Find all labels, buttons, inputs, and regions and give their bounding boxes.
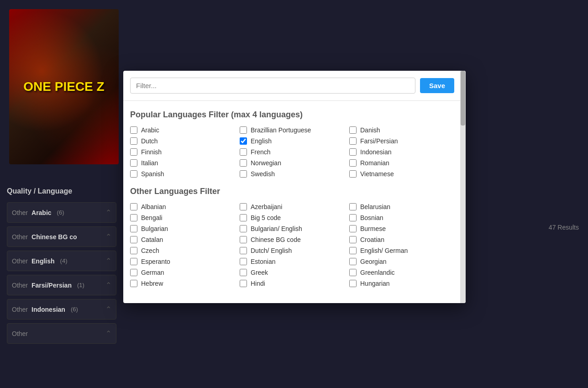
english-checkbox[interactable] bbox=[240, 137, 247, 145]
language-option-bengali[interactable]: Bengali bbox=[130, 214, 235, 221]
language-option-brazillian-portuguese[interactable]: Brazillian Portuguese bbox=[240, 126, 345, 134]
vietnamese-checkbox[interactable] bbox=[349, 170, 357, 178]
language-option-swedish[interactable]: Swedish bbox=[240, 170, 345, 178]
azerbaijani-checkbox[interactable] bbox=[240, 203, 247, 210]
other-label: Other bbox=[12, 209, 28, 216]
language-option-chinese-bg-code[interactable]: Chinese BG code bbox=[240, 236, 345, 243]
norwegian-checkbox[interactable] bbox=[240, 159, 247, 167]
catalan-checkbox[interactable] bbox=[130, 236, 137, 243]
movie-poster: ONE PIECE Z bbox=[9, 9, 119, 164]
albanian-checkbox[interactable] bbox=[130, 203, 137, 210]
list-item[interactable]: Other Chinese BG co ⌃ bbox=[7, 226, 116, 247]
language-option-catalan[interactable]: Catalan bbox=[130, 236, 235, 243]
list-item[interactable]: Other Arabic (6) ⌃ bbox=[7, 202, 116, 223]
czech-checkbox[interactable] bbox=[130, 247, 137, 254]
language-option-hungarian[interactable]: Hungarian bbox=[349, 280, 454, 287]
indonesian-label: Indonesian bbox=[360, 148, 392, 156]
language-option-albanian[interactable]: Albanian bbox=[130, 203, 235, 210]
bosnian-checkbox[interactable] bbox=[349, 214, 357, 221]
bulgarian-english-checkbox[interactable] bbox=[240, 225, 247, 232]
hebrew-checkbox[interactable] bbox=[130, 280, 137, 287]
italian-checkbox[interactable] bbox=[130, 159, 137, 167]
brazillian-portuguese-checkbox[interactable] bbox=[240, 126, 247, 134]
bengali-checkbox[interactable] bbox=[130, 214, 137, 221]
spanish-checkbox[interactable] bbox=[130, 170, 137, 178]
language-option-romanian[interactable]: Romanian bbox=[349, 159, 454, 167]
lang-label: English bbox=[31, 257, 55, 265]
scrollbar-thumb[interactable] bbox=[461, 71, 465, 126]
list-item[interactable]: Other English (4) ⌃ bbox=[7, 251, 116, 271]
language-option-azerbaijani[interactable]: Azerbaijani bbox=[240, 203, 345, 210]
indonesian-checkbox[interactable] bbox=[349, 148, 357, 156]
bulgarian-checkbox[interactable] bbox=[130, 225, 137, 232]
esperanto-checkbox[interactable] bbox=[130, 258, 137, 265]
georgian-checkbox[interactable] bbox=[349, 258, 357, 265]
french-checkbox[interactable] bbox=[240, 148, 247, 156]
english-german-checkbox[interactable] bbox=[349, 247, 357, 254]
language-option-dutch-english[interactable]: Dutch/ English bbox=[240, 247, 345, 254]
greek-checkbox[interactable] bbox=[240, 269, 247, 276]
croatian-checkbox[interactable] bbox=[349, 236, 357, 243]
hindi-checkbox[interactable] bbox=[240, 280, 247, 287]
swedish-checkbox[interactable] bbox=[240, 170, 247, 178]
azerbaijani-label: Azerbaijani bbox=[251, 203, 282, 210]
croatian-label: Croatian bbox=[360, 236, 384, 243]
language-option-farsi[interactable]: Farsi/Persian bbox=[349, 137, 454, 145]
language-option-french[interactable]: French bbox=[240, 148, 345, 156]
estonian-checkbox[interactable] bbox=[240, 258, 247, 265]
language-option-esperanto[interactable]: Esperanto bbox=[130, 258, 235, 265]
filter-input[interactable] bbox=[130, 78, 415, 94]
language-option-bosnian[interactable]: Bosnian bbox=[349, 214, 454, 221]
language-option-german[interactable]: German bbox=[130, 269, 235, 276]
list-item[interactable]: Other Farsi/Persian (1) ⌃ bbox=[7, 275, 116, 295]
language-option-burmese[interactable]: Burmese bbox=[349, 225, 454, 232]
chevron-up-icon: ⌃ bbox=[105, 257, 111, 265]
german-checkbox[interactable] bbox=[130, 269, 137, 276]
finnish-checkbox[interactable] bbox=[130, 148, 137, 156]
arabic-checkbox[interactable] bbox=[130, 126, 137, 134]
burmese-checkbox[interactable] bbox=[349, 225, 357, 232]
language-option-norwegian[interactable]: Norwegian bbox=[240, 159, 345, 167]
chinese-bg-code-checkbox[interactable] bbox=[240, 236, 247, 243]
language-option-czech[interactable]: Czech bbox=[130, 247, 235, 254]
language-option-estonian[interactable]: Estonian bbox=[240, 258, 345, 265]
dutch-checkbox[interactable] bbox=[130, 137, 137, 145]
language-option-finnish[interactable]: Finnish bbox=[130, 148, 235, 156]
hindi-label: Hindi bbox=[251, 280, 265, 287]
romanian-checkbox[interactable] bbox=[349, 159, 357, 167]
list-item[interactable]: Other ⌃ bbox=[7, 323, 116, 344]
save-button[interactable]: Save bbox=[420, 78, 454, 93]
language-option-hindi[interactable]: Hindi bbox=[240, 280, 345, 287]
list-item[interactable]: Other Indonesian (6) ⌃ bbox=[7, 299, 116, 320]
language-option-greenlandic[interactable]: Greenlandic bbox=[349, 269, 454, 276]
dutch-english-checkbox[interactable] bbox=[240, 247, 247, 254]
language-option-georgian[interactable]: Georgian bbox=[349, 258, 454, 265]
other-languages-grid: Albanian Azerbaijani Belarusian Bengali … bbox=[130, 203, 454, 287]
dutch-label: Dutch bbox=[141, 137, 158, 145]
language-option-bulgarian-english[interactable]: Bulgarian/ English bbox=[240, 225, 345, 232]
language-option-dutch[interactable]: Dutch bbox=[130, 137, 235, 145]
language-option-arabic[interactable]: Arabic bbox=[130, 126, 235, 134]
language-option-spanish[interactable]: Spanish bbox=[130, 170, 235, 178]
belarusian-checkbox[interactable] bbox=[349, 203, 357, 210]
language-option-english[interactable]: English bbox=[240, 137, 345, 145]
language-option-indonesian[interactable]: Indonesian bbox=[349, 148, 454, 156]
language-option-belarusian[interactable]: Belarusian bbox=[349, 203, 454, 210]
farsi-checkbox[interactable] bbox=[349, 137, 357, 145]
language-option-danish[interactable]: Danish bbox=[349, 126, 454, 134]
language-option-hebrew[interactable]: Hebrew bbox=[130, 280, 235, 287]
language-option-vietnamese[interactable]: Vietnamese bbox=[349, 170, 454, 178]
language-option-big5code[interactable]: Big 5 code bbox=[240, 214, 345, 221]
language-option-croatian[interactable]: Croatian bbox=[349, 236, 454, 243]
greenlandic-checkbox[interactable] bbox=[349, 269, 357, 276]
big5code-checkbox[interactable] bbox=[240, 214, 247, 221]
hungarian-checkbox[interactable] bbox=[349, 280, 357, 287]
danish-checkbox[interactable] bbox=[349, 126, 357, 134]
language-option-english-german[interactable]: English/ German bbox=[349, 247, 454, 254]
language-option-greek[interactable]: Greek bbox=[240, 269, 345, 276]
language-option-bulgarian[interactable]: Bulgarian bbox=[130, 225, 235, 232]
scrollbar[interactable] bbox=[460, 71, 466, 303]
bosnian-label: Bosnian bbox=[360, 214, 383, 221]
language-option-italian[interactable]: Italian bbox=[130, 159, 235, 167]
romanian-label: Romanian bbox=[360, 159, 389, 167]
